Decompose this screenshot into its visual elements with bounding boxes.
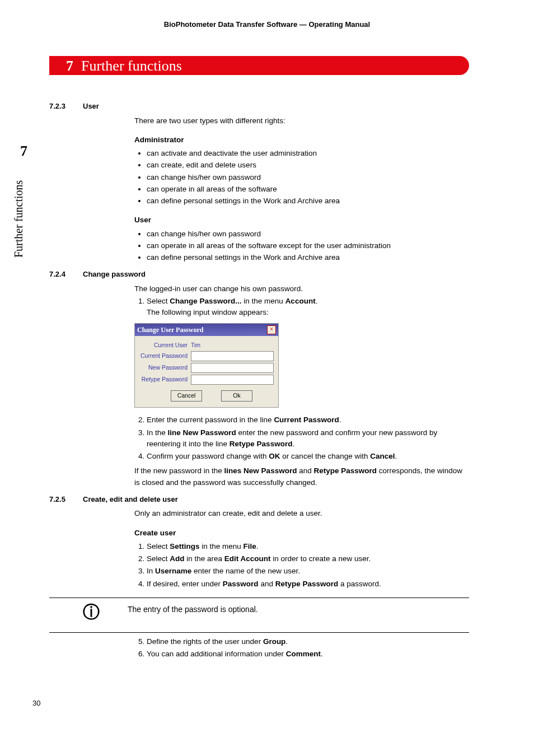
- list-item: can change his/her own password: [147, 172, 469, 183]
- body-text: If the new password in the lines New Pas…: [134, 465, 469, 488]
- bold: Add: [170, 554, 184, 563]
- list-item: If desired, enter under Password and Ret…: [147, 578, 469, 590]
- text: Enter the current password in the line: [147, 416, 274, 424]
- list-item: can define personal settings in the Work…: [147, 195, 469, 207]
- bold: OK: [269, 452, 280, 460]
- text: .: [316, 297, 318, 305]
- text: and: [259, 580, 275, 588]
- list-item: can activate and deactivate the user adm…: [147, 148, 469, 159]
- user-list: can change his/her own password can oper…: [134, 228, 469, 264]
- bold: lines New Password: [224, 466, 297, 475]
- list-item: You can add additional information under…: [147, 648, 469, 660]
- steps-725-cont: Define the rights of the user under Grou…: [134, 636, 469, 660]
- new-password-label: New Password: [139, 363, 191, 372]
- body-text: The logged-in user can change his own pa…: [134, 283, 469, 295]
- text: .: [339, 416, 341, 424]
- section-heading-724: 7.2.4 Change password: [49, 269, 469, 280]
- section-title: User: [83, 101, 99, 112]
- list-item: In Username enter the name of the new us…: [147, 566, 469, 577]
- bold: File: [243, 542, 256, 550]
- list-item: can operate in all areas of the software…: [147, 240, 469, 251]
- new-password-input[interactable]: [191, 363, 274, 373]
- subheading-admin: Administrator: [134, 134, 469, 146]
- side-chapter-label: Further functions: [10, 180, 27, 258]
- current-password-label: Current Password: [139, 352, 191, 361]
- text: .: [321, 650, 323, 658]
- text: You can add additional information under: [147, 650, 286, 658]
- dialog-titlebar: Change User Password ×: [135, 324, 278, 336]
- change-password-dialog: Change User Password × Current User Tim …: [134, 323, 279, 408]
- section-heading-725: 7.2.5 Create, edit and delete user: [49, 494, 469, 505]
- bold: Retype Password: [229, 440, 293, 448]
- bold: Change Password...: [170, 297, 241, 305]
- text: .: [285, 637, 288, 646]
- subheading-create-user: Create user: [134, 528, 469, 539]
- bold: Edit Account: [224, 554, 271, 563]
- list-item: In the line New Password enter the new p…: [147, 427, 469, 450]
- page-header: BioPhotometer Data Transfer Software — O…: [0, 0, 534, 30]
- chapter-banner: 7 Further functions: [49, 56, 469, 75]
- admin-list: can activate and deactivate the user adm…: [134, 148, 469, 207]
- text: in the area: [185, 554, 224, 563]
- current-password-input[interactable]: [191, 351, 274, 361]
- list-item: can operate in all areas of the software: [147, 184, 469, 195]
- bold: Cancel: [370, 452, 395, 460]
- text: Confirm your password change with: [147, 452, 269, 460]
- text: Select: [147, 297, 170, 305]
- list-item: Select Add in the area Edit Account in o…: [147, 553, 469, 564]
- current-user-label: Current User: [139, 341, 191, 350]
- section-number: 7.2.5: [49, 494, 83, 505]
- list-item: Select Settings in the menu File.: [147, 541, 469, 552]
- steps-724-cont: Enter the current password in the line C…: [134, 414, 469, 462]
- text: In: [147, 567, 155, 575]
- section-number: 7.2.3: [49, 101, 83, 112]
- section-heading-723: 7.2.3 User: [49, 101, 469, 112]
- text: and: [297, 466, 313, 475]
- list-item: Confirm your password change with OK or …: [147, 451, 469, 462]
- side-tab-bg: [0, 126, 36, 165]
- chapter-title: Further functions: [81, 55, 182, 77]
- text: in the menu: [242, 297, 285, 305]
- bold: Retype Password: [313, 466, 377, 475]
- info-icon: ⓘ: [83, 599, 100, 624]
- steps-724: Select Change Password... in the menu Ac…: [134, 296, 469, 319]
- text: Select: [147, 554, 170, 563]
- note-text: The entry of the password is optional.: [128, 601, 469, 615]
- retype-password-input[interactable]: [191, 375, 274, 385]
- current-user-value: Tim: [191, 341, 200, 350]
- bold: Settings: [170, 542, 199, 550]
- steps-725: Select Settings in the menu File. Select…: [134, 541, 469, 590]
- bold: Comment: [286, 650, 321, 658]
- text: If desired, enter under: [147, 580, 223, 588]
- text: .: [256, 542, 259, 550]
- bold: Account: [285, 297, 316, 305]
- text: in order to create a new user.: [271, 554, 371, 563]
- dialog-title-text: Change User Password: [137, 325, 203, 335]
- text: .: [395, 452, 397, 460]
- divider: [49, 598, 469, 598]
- list-item: can create, edit and delete users: [147, 160, 469, 171]
- text: in the menu: [200, 542, 243, 550]
- text: a password.: [338, 580, 381, 588]
- divider: [49, 632, 469, 633]
- list-item: Define the rights of the user under Grou…: [147, 636, 469, 647]
- subheading-user: User: [134, 214, 469, 226]
- close-icon[interactable]: ×: [267, 325, 276, 334]
- text: The following input window appears:: [147, 307, 469, 318]
- bold: Current Password: [274, 416, 339, 424]
- text: enter the name of the new user.: [191, 567, 300, 575]
- list-item: Select Change Password... in the menu Ac…: [147, 296, 469, 319]
- text: or cancel the change with: [280, 452, 371, 460]
- list-item: can change his/her own password: [147, 228, 469, 240]
- list-item: can define personal settings in the Work…: [147, 252, 469, 263]
- ok-button[interactable]: Ok: [221, 390, 252, 402]
- side-chapter-number: 7: [20, 140, 27, 162]
- text: .: [292, 440, 294, 448]
- bold: Retype Password: [275, 580, 339, 588]
- body-text: Only an administrator can create, edit a…: [134, 508, 469, 519]
- cancel-button[interactable]: Cancel: [171, 390, 202, 402]
- body-text: There are two user types with different …: [134, 115, 469, 127]
- bold: line New Password: [168, 428, 236, 437]
- section-number: 7.2.4: [49, 269, 83, 280]
- bold: Group: [263, 637, 286, 646]
